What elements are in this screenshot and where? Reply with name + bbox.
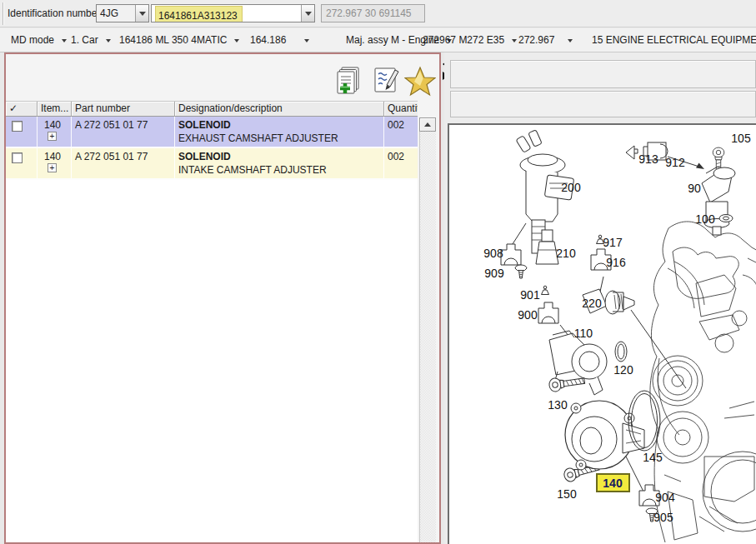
callout-140-text[interactable]: 140 xyxy=(603,477,623,490)
navigation-bar: MD mode 1. Car 164186 ML 350 4MATIC 164.… xyxy=(0,28,756,52)
table-header-row: ✓ Item... Part number Designation/descri… xyxy=(6,102,418,117)
chevron-down-icon xyxy=(106,39,111,42)
cell-quantity: 002 xyxy=(384,117,418,147)
toolbar-grip xyxy=(3,2,4,25)
vin-combobox[interactable]: 1641861A313123 xyxy=(151,4,315,22)
favorites-star-icon[interactable] xyxy=(404,66,436,97)
expand-plus-icon[interactable]: + xyxy=(48,132,57,141)
cell-designation: SOLENOID INTAKE CAMSHAFT ADJUSTER xyxy=(175,148,384,178)
callout-90[interactable]: 90 xyxy=(688,182,701,195)
callout-145[interactable]: 145 xyxy=(643,451,663,464)
id-type-combobox[interactable]: 4JG xyxy=(96,4,149,22)
notes-icon[interactable] xyxy=(372,65,399,94)
cell-item: 140+ xyxy=(38,117,72,147)
menu-md-mode[interactable]: MD mode xyxy=(11,28,67,52)
menu-engine-code[interactable]: 272.967 xyxy=(518,28,573,52)
callout-220[interactable]: 220 xyxy=(582,297,602,310)
callout-908[interactable]: 908 xyxy=(483,247,503,260)
row-checkbox[interactable] xyxy=(12,121,23,132)
scroll-up-button[interactable] xyxy=(419,117,436,132)
callout-105[interactable]: 105 xyxy=(731,132,751,145)
table-row[interactable]: 140+ A 272 051 01 77 SOLENOID INTAKE CAM… xyxy=(6,148,418,180)
part-901-pin[interactable] xyxy=(542,286,549,294)
cell-designation: SOLENOID EXHAUST CAMSHAFT ADJUSTER xyxy=(175,117,384,147)
callout-913[interactable]: 913 xyxy=(638,152,658,166)
cell-item: 140+ xyxy=(38,148,72,178)
vin-dropdown-button[interactable] xyxy=(301,5,314,22)
parts-list-panel: ✓ Item... Part number Designation/descri… xyxy=(4,52,441,544)
parts-table: ✓ Item... Part number Designation/descri… xyxy=(6,101,418,542)
vertical-scrollbar[interactable] xyxy=(419,117,436,542)
menu-engine[interactable]: 272967 M272 E35 xyxy=(423,28,517,52)
diagram-panel: 200 913 912 105 90 100 908 909 210 917 9… xyxy=(444,52,756,544)
callout-100[interactable]: 100 xyxy=(695,212,715,226)
diagram-toolbar-top xyxy=(450,60,756,88)
callout-901[interactable]: 901 xyxy=(520,288,540,302)
id-type-value[interactable]: 4JG xyxy=(97,5,135,22)
identification-number-label: Identification number xyxy=(8,0,100,27)
chevron-down-icon xyxy=(304,39,309,42)
callout-120[interactable]: 120 xyxy=(613,363,633,377)
chevron-down-icon xyxy=(62,39,67,42)
header-quantity[interactable]: Quantity xyxy=(384,102,418,117)
cell-check xyxy=(6,148,38,178)
chevron-down-icon xyxy=(234,39,239,42)
callout-905[interactable]: 905 xyxy=(653,511,673,524)
diagram-canvas[interactable]: 200 913 912 105 90 100 908 909 210 917 9… xyxy=(449,125,756,542)
workspace: ✓ Item... Part number Designation/descri… xyxy=(0,52,756,544)
part-913-seal[interactable] xyxy=(626,146,638,159)
callout-904[interactable]: 904 xyxy=(655,491,675,504)
scrollbar-track[interactable] xyxy=(419,132,436,542)
part-120-oring[interactable] xyxy=(615,342,627,362)
cell-check xyxy=(6,117,38,147)
table-row[interactable]: 140+ A 272 051 01 77 SOLENOID EXHAUST CA… xyxy=(6,117,418,148)
header-check[interactable]: ✓ xyxy=(6,102,38,117)
cell-part-number: A 272 051 01 77 xyxy=(72,117,175,147)
callout-909[interactable]: 909 xyxy=(484,267,504,280)
callout-912[interactable]: 912 xyxy=(665,156,685,169)
callout-200[interactable]: 200 xyxy=(561,181,581,194)
menu-group[interactable]: 15 ENGINE ELECTRICAL EQUIPMENT xyxy=(592,28,756,52)
callout-140-highlighted[interactable]: 140 xyxy=(597,474,629,492)
part-909-screw[interactable] xyxy=(515,265,527,278)
vin-field[interactable]: 1641861A313123 xyxy=(152,5,301,22)
menu-car[interactable]: 1. Car xyxy=(71,28,111,52)
expand-plus-icon[interactable]: + xyxy=(48,163,57,172)
leader-arrowhead xyxy=(696,163,704,170)
callout-210[interactable]: 210 xyxy=(556,247,576,260)
menu-model-code[interactable]: 164.186 xyxy=(250,28,309,52)
callout-900[interactable]: 900 xyxy=(518,308,538,322)
id-type-dropdown-button[interactable] xyxy=(135,5,148,22)
diagram-toolbar-bottom xyxy=(450,91,756,117)
callout-110[interactable]: 110 xyxy=(574,327,593,340)
part-130-bolt[interactable] xyxy=(548,374,585,392)
part-900-connector[interactable] xyxy=(538,302,558,323)
exploded-diagram: 200 913 912 105 90 100 908 909 210 917 9… xyxy=(448,123,756,544)
row-checkbox[interactable] xyxy=(12,152,23,163)
engine-reference-field: 272.967 30 691145 xyxy=(321,4,425,22)
chevron-down-icon xyxy=(568,39,573,42)
cell-part-number: A 272 051 01 77 xyxy=(72,148,175,178)
add-to-shopping-list-icon[interactable] xyxy=(333,65,363,96)
identification-bar: Identification number 4JG 1641861A313123… xyxy=(0,0,756,27)
callout-150[interactable]: 150 xyxy=(557,487,577,501)
cell-quantity: 002 xyxy=(384,148,418,178)
header-part-number[interactable]: Part number xyxy=(72,102,175,117)
callout-130[interactable]: 130 xyxy=(548,398,568,412)
menu-model[interactable]: 164186 ML 350 4MATIC xyxy=(119,28,239,52)
part-100-washer[interactable] xyxy=(719,215,733,222)
chevron-down-icon xyxy=(512,39,517,42)
callout-917[interactable]: 917 xyxy=(603,236,623,249)
header-item[interactable]: Item... xyxy=(38,102,72,117)
chevron-down-icon xyxy=(305,12,312,16)
callout-916[interactable]: 916 xyxy=(606,256,626,269)
chevron-down-icon xyxy=(139,12,146,16)
header-designation[interactable]: Designation/description xyxy=(175,102,384,117)
vin-value-highlighted[interactable]: 1641861A313123 xyxy=(155,6,243,22)
arrow-up-icon xyxy=(424,122,431,127)
part-908-connector[interactable] xyxy=(501,244,521,265)
